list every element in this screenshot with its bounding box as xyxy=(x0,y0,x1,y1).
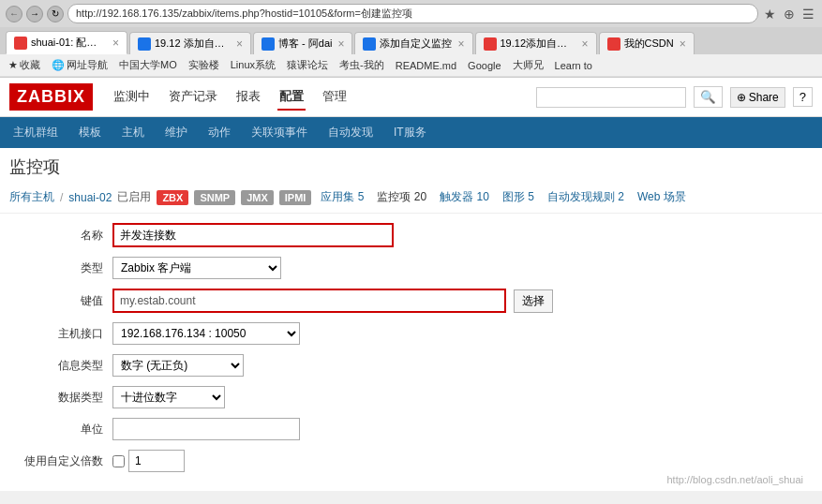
tab-close-6[interactable]: × xyxy=(680,37,686,51)
tab-4[interactable]: 添加自定义监控 × xyxy=(354,32,472,54)
menu-icon[interactable]: ☰ xyxy=(800,5,816,23)
type-label: 类型 xyxy=(19,260,112,276)
help-button[interactable]: ? xyxy=(793,87,813,107)
app-container: ZABBIX 监测中 资产记录 报表 配置 管理 🔍 ⊕ Share ? 主机群… xyxy=(0,78,822,491)
sub-nav-correlations[interactable]: 关联项事件 xyxy=(247,122,311,143)
share-button[interactable]: ⊕ Share xyxy=(730,87,785,108)
interface-label: 主机接口 xyxy=(19,326,112,342)
data-type-select[interactable]: 十进位数字八进位数字十六进位数字布尔 xyxy=(112,386,225,408)
tab-1[interactable]: shuai-01: 配置监 × xyxy=(6,31,127,54)
bookmark-favorites[interactable]: ★ 收藏 xyxy=(6,57,43,73)
tab-icon-2 xyxy=(138,37,151,51)
sub-nav-hosts[interactable]: 主机 xyxy=(118,122,148,143)
nav-config[interactable]: 配置 xyxy=(277,84,306,111)
tab-2[interactable]: 19.12 添加自定义 × xyxy=(129,32,251,54)
bookmark-nav[interactable]: 🌐 网址导航 xyxy=(49,57,111,73)
enabled-label: 已启用 xyxy=(117,189,151,205)
bookmark-forum[interactable]: 猿课论坛 xyxy=(284,57,331,73)
form-row-multiplier: 使用自定义倍数 xyxy=(19,450,803,472)
bookmarks-bar: ★ 收藏 🌐 网址导航 中国大学MO 实验楼 Linux系统 猿课论坛 考虫-我… xyxy=(0,54,822,77)
info-type-select[interactable]: 数字 (无正负)浮点数字符日志文本 xyxy=(112,354,244,377)
host-tab-web[interactable]: Web 场景 xyxy=(634,187,690,207)
interface-select[interactable]: 192.168.176.134 : 10050 xyxy=(112,322,300,345)
star-icon[interactable]: ★ xyxy=(762,5,778,23)
bookmark-mooc[interactable]: 中国大学MO xyxy=(116,57,180,73)
multiplier-input[interactable] xyxy=(128,450,185,472)
all-hosts-link[interactable]: 所有主机 xyxy=(9,189,54,205)
sub-nav-it-services[interactable]: IT服务 xyxy=(390,122,430,143)
unit-label: 单位 xyxy=(19,422,112,437)
form-row-unit: 单位 xyxy=(19,418,803,440)
tab-close-2[interactable]: × xyxy=(236,37,243,51)
tab-3[interactable]: 博客 - 阿dai × xyxy=(253,32,352,54)
sub-nav-hostgroups[interactable]: 主机群组 xyxy=(9,122,62,143)
form-row-key: 键值 选择 xyxy=(19,289,803,313)
badge-ipmi[interactable]: IPMI xyxy=(279,190,312,205)
tab-close-4[interactable]: × xyxy=(457,37,464,51)
info-type-label: 信息类型 xyxy=(19,358,112,374)
bookmark-readme[interactable]: README.md xyxy=(393,59,459,72)
tab-label-3: 博客 - 阿dai xyxy=(278,37,332,51)
type-select[interactable]: Zabbix 客户端Zabbix 主动简单检查SNMP其他 xyxy=(112,257,281,279)
multiplier-checkbox[interactable] xyxy=(112,455,125,467)
form-row-type: 类型 Zabbix 客户端Zabbix 主动简单检查SNMP其他 xyxy=(19,257,803,279)
host-tab-triggers[interactable]: 触发器 10 xyxy=(436,187,493,207)
sub-nav-maintenance[interactable]: 维护 xyxy=(161,122,191,143)
key-input[interactable] xyxy=(112,289,506,313)
tab-label-6: 我的CSDN xyxy=(624,37,674,51)
nav-reports[interactable]: 报表 xyxy=(234,84,262,111)
form-area: 名称 类型 Zabbix 客户端Zabbix 主动简单检查SNMP其他 键值 选… xyxy=(0,214,822,491)
form-row-name: 名称 xyxy=(19,223,803,247)
sub-nav-templates[interactable]: 模板 xyxy=(75,122,105,143)
tab-close-3[interactable]: × xyxy=(337,37,344,51)
host-link[interactable]: shuai-02 xyxy=(68,191,112,204)
host-tab-discovery[interactable]: 自动发现规则 2 xyxy=(544,187,628,207)
nav-monitor[interactable]: 监测中 xyxy=(112,84,152,111)
tab-5[interactable]: 19.12添加自定义 × xyxy=(475,32,597,54)
main-nav: 监测中 资产记录 报表 配置 管理 xyxy=(112,84,349,111)
search-button[interactable]: 🔍 xyxy=(694,86,723,108)
search-input[interactable] xyxy=(536,87,686,108)
browser-actions: ★ ⊕ ☰ xyxy=(762,5,816,23)
form-row-interface: 主机接口 192.168.176.134 : 10050 xyxy=(19,322,803,345)
nav-admin[interactable]: 管理 xyxy=(321,84,349,111)
tab-icon-4 xyxy=(363,37,376,51)
tab-icon-6 xyxy=(607,37,620,51)
bookmark-kaochong[interactable]: 考虫-我的 xyxy=(336,57,387,73)
badge-zbx[interactable]: ZBX xyxy=(157,190,188,205)
data-type-label: 数据类型 xyxy=(19,390,112,406)
bookmark-dashixiong[interactable]: 大师兄 xyxy=(510,57,546,73)
bookmark-icon[interactable]: ⊕ xyxy=(782,5,797,23)
top-nav: ZABBIX 监测中 资产记录 报表 配置 管理 🔍 ⊕ Share ? xyxy=(0,78,822,117)
bookmark-linux[interactable]: Linux系统 xyxy=(228,57,278,73)
name-input[interactable] xyxy=(112,223,394,247)
tab-close-5[interactable]: × xyxy=(581,37,588,51)
bookmark-learn[interactable]: Learn to xyxy=(552,59,595,72)
bookmark-google[interactable]: Google xyxy=(465,59,503,72)
choose-button[interactable]: 选择 xyxy=(514,289,553,313)
sub-nav-actions[interactable]: 动作 xyxy=(204,122,234,143)
forward-button[interactable]: → xyxy=(26,6,43,22)
tab-icon-3 xyxy=(262,37,275,51)
watermark: http://blog.csdn.net/aoli_shuai xyxy=(666,474,803,485)
form-row-info-type: 信息类型 数字 (无正负)浮点数字符日志文本 xyxy=(19,354,803,377)
badge-jmx[interactable]: JMX xyxy=(241,190,274,205)
url-text: http://192.168.176.135/zabbix/items.php?… xyxy=(76,7,412,21)
nav-assets[interactable]: 资产记录 xyxy=(167,84,219,111)
name-label: 名称 xyxy=(19,228,112,244)
badge-snmp[interactable]: SNMP xyxy=(194,190,235,205)
tab-6[interactable]: 我的CSDN × xyxy=(599,32,695,54)
host-tab-items[interactable]: 监控项 20 xyxy=(373,187,430,207)
star-icon: ★ xyxy=(8,59,18,71)
unit-input[interactable] xyxy=(112,418,300,440)
host-tab-apps[interactable]: 应用集 5 xyxy=(317,187,367,207)
host-tab-graphs[interactable]: 图形 5 xyxy=(499,187,538,207)
sub-nav-discovery[interactable]: 自动发现 xyxy=(324,122,377,143)
tab-close-1[interactable]: × xyxy=(112,37,119,50)
back-button[interactable]: ← xyxy=(6,6,22,22)
refresh-button[interactable]: ↻ xyxy=(47,6,64,22)
zabbix-logo: ZABBIX xyxy=(9,83,93,111)
tab-icon-1 xyxy=(14,37,27,50)
url-bar[interactable]: http://192.168.176.135/zabbix/items.php?… xyxy=(67,4,758,23)
bookmark-lab[interactable]: 实验楼 xyxy=(186,57,222,73)
